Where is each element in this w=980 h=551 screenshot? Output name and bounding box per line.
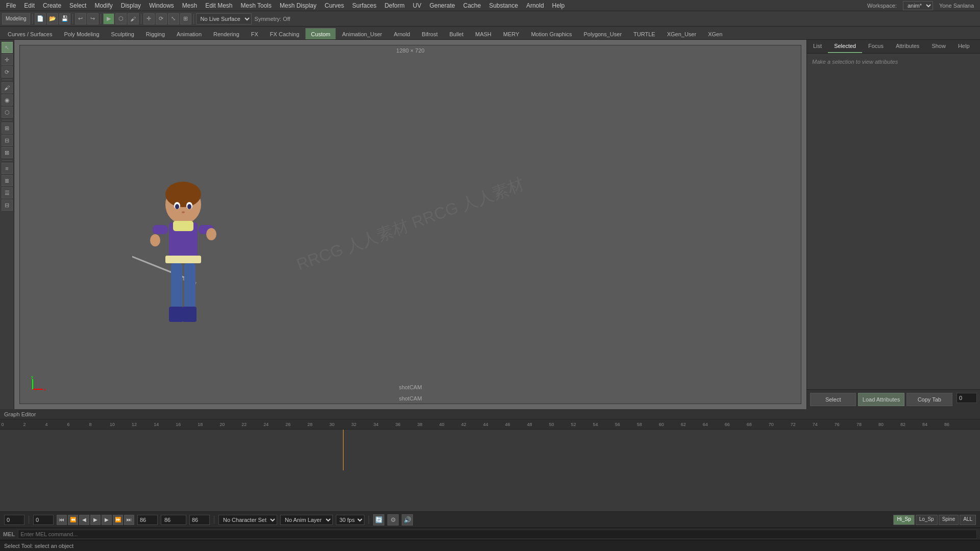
tab-arnold[interactable]: Arnold: [388, 28, 416, 39]
tab-custom[interactable]: Custom: [305, 28, 336, 39]
settings-icon[interactable]: ⚙: [387, 514, 399, 525]
play-button[interactable]: ▶: [90, 515, 101, 525]
tab-mash[interactable]: MASH: [470, 28, 497, 39]
rpanel-tab-selected[interactable]: Selected: [828, 40, 862, 53]
tab-animation-user[interactable]: Animation_User: [336, 28, 387, 39]
transform-tool[interactable]: ✛: [2, 54, 13, 65]
loop-icon[interactable]: 🔄: [373, 514, 384, 525]
tab-motion-graphics[interactable]: Motion Graphics: [525, 28, 577, 39]
sculpt-tool[interactable]: ◉: [2, 94, 13, 106]
menu-arnold[interactable]: Arnold: [522, 2, 548, 9]
audio-icon[interactable]: 🔊: [402, 514, 413, 525]
timeline-tool-1[interactable]: ≡: [2, 163, 13, 174]
mel-input[interactable]: [18, 530, 977, 539]
open-icon[interactable]: 📂: [47, 13, 58, 24]
menu-mesh[interactable]: Mesh: [178, 2, 201, 9]
redo-icon[interactable]: ↪: [87, 13, 99, 24]
timeline-tool-3[interactable]: ☰: [2, 187, 13, 198]
timeline-area[interactable]: 0246810121416182022242628303234363840424…: [0, 419, 980, 511]
viewport-area[interactable]: 1280 × 720 x y shotCAM shotCAM: [14, 40, 806, 409]
end-frame-input-1[interactable]: [137, 515, 158, 525]
start-frame-input[interactable]: [33, 515, 54, 525]
all-button[interactable]: ALL: [960, 515, 976, 525]
step-forward-button[interactable]: ⏩: [113, 515, 123, 525]
menu-mesh-display[interactable]: Mesh Display: [276, 2, 321, 9]
new-scene-icon[interactable]: 📄: [35, 13, 46, 24]
timeline-tool-2[interactable]: ≣: [2, 175, 13, 186]
menu-substance[interactable]: Substance: [485, 2, 522, 9]
end-frame-input-2[interactable]: [189, 515, 210, 525]
menu-cache[interactable]: Cache: [459, 2, 485, 9]
menu-mesh-tools[interactable]: Mesh Tools: [237, 2, 276, 9]
menu-surfaces[interactable]: Surfaces: [348, 2, 380, 9]
current-frame-field[interactable]: [4, 515, 24, 525]
tab-xgen-user[interactable]: XGen_User: [662, 28, 702, 39]
menu-select[interactable]: Select: [65, 2, 90, 9]
rotate-tool[interactable]: ⟳: [2, 66, 13, 78]
tab-fx[interactable]: FX: [246, 28, 264, 39]
rpanel-tab-list[interactable]: List: [807, 40, 828, 53]
viewport-content[interactable]: 1280 × 720 x y shotCAM shotCAM: [19, 45, 801, 404]
menu-display[interactable]: Display: [117, 2, 145, 9]
load-attributes-button[interactable]: Load Attributes: [858, 393, 904, 406]
grid-tool-2[interactable]: ⊟: [2, 135, 13, 146]
save-icon[interactable]: 💾: [59, 13, 70, 24]
rpanel-tab-focus[interactable]: Focus: [862, 40, 890, 53]
menu-edit-mesh[interactable]: Edit Mesh: [201, 2, 236, 9]
paint-tool[interactable]: 🖌: [2, 82, 13, 93]
select-tool[interactable]: ↖: [2, 42, 13, 53]
undo-icon[interactable]: ↩: [75, 13, 86, 24]
tab-xgen[interactable]: XGen: [702, 28, 728, 39]
step-back-button[interactable]: ⏪: [68, 515, 78, 525]
spine-button[interactable]: Spine: [939, 515, 959, 525]
anim-layer-selector[interactable]: No Anim Layer: [280, 515, 333, 525]
mode-selector[interactable]: Modeling: [2, 13, 30, 24]
rpanel-tab-show[interactable]: Show: [925, 40, 952, 53]
tab-rigging[interactable]: Rigging: [140, 28, 170, 39]
grid-tool-1[interactable]: ⊞: [2, 122, 13, 134]
workspace-dropdown[interactable]: anim*: [903, 1, 933, 10]
live-surface-selector[interactable]: No Live Surface: [196, 13, 252, 24]
menu-windows[interactable]: Windows: [145, 2, 178, 9]
tab-animation[interactable]: Animation: [171, 28, 207, 39]
paint-select-icon[interactable]: 🖌: [128, 13, 139, 24]
menu-uv[interactable]: UV: [409, 2, 426, 9]
tab-mery[interactable]: MERY: [498, 28, 525, 39]
lasso-icon[interactable]: ⬡: [115, 13, 127, 24]
tab-polygons-user[interactable]: Polygons_User: [578, 28, 627, 39]
timeline-tool-4[interactable]: ⊟: [2, 199, 13, 211]
next-frame-button[interactable]: ▶: [102, 515, 112, 525]
tab-fx-caching[interactable]: FX Caching: [264, 28, 305, 39]
prev-frame-button[interactable]: ◀: [79, 515, 89, 525]
tab-bifrost[interactable]: Bifrost: [416, 28, 443, 39]
tab-poly-modeling[interactable]: Poly Modeling: [58, 28, 105, 39]
menu-curves[interactable]: Curves: [321, 2, 348, 9]
go-to-end-button[interactable]: ⏭: [124, 515, 134, 525]
tab-bullet[interactable]: Bullet: [444, 28, 469, 39]
menu-generate[interactable]: Generate: [425, 2, 459, 9]
scale-icon[interactable]: ⤡: [168, 13, 179, 24]
move-icon[interactable]: ✛: [143, 13, 155, 24]
timeline-tracks[interactable]: [0, 430, 980, 470]
rotate-icon[interactable]: ⟳: [156, 13, 167, 24]
hi-speed-button[interactable]: Hi_Sp: [893, 515, 914, 525]
tab-rendering[interactable]: Rendering: [208, 28, 245, 39]
viewport-canvas[interactable]: 1280 × 720 x y shotCAM shotCAM: [14, 40, 806, 409]
grid-tool-3[interactable]: ⊠: [2, 147, 13, 158]
tab-curves-surfaces[interactable]: Curves / Surfaces: [2, 28, 58, 39]
fps-selector[interactable]: 30 fps: [336, 515, 364, 525]
universal-icon[interactable]: ⊞: [180, 13, 191, 24]
tab-sculpting[interactable]: Sculpting: [106, 28, 140, 39]
menu-deform[interactable]: Deform: [380, 2, 408, 9]
menu-help[interactable]: Help: [548, 2, 569, 9]
character-set-selector[interactable]: No Character Set: [218, 515, 277, 525]
component-tool[interactable]: ⬡: [2, 107, 13, 118]
menu-modify[interactable]: Modify: [90, 2, 116, 9]
menu-file[interactable]: File: [2, 2, 20, 9]
select-icon[interactable]: ▶: [103, 13, 114, 24]
select-button[interactable]: Select: [810, 393, 856, 406]
lo-speed-button[interactable]: Lo_Sp: [916, 515, 938, 525]
go-to-start-button[interactable]: ⏮: [57, 515, 67, 525]
right-frame-input[interactable]: [957, 393, 977, 403]
copy-tab-button[interactable]: Copy Tab: [906, 393, 952, 406]
